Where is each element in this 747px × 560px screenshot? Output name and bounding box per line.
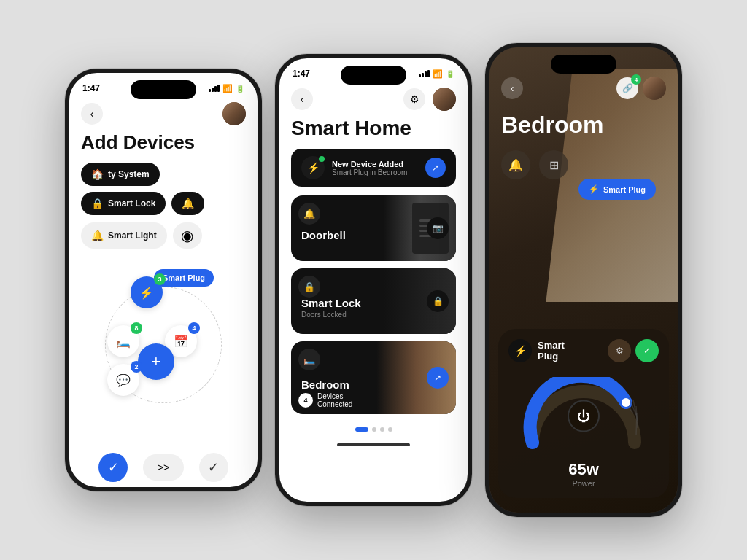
- power-button[interactable]: ⏻: [568, 400, 600, 432]
- p3-header-right: 🔗 4: [616, 77, 666, 100]
- sb2-3: [425, 71, 427, 77]
- link-badge: 4: [631, 74, 641, 85]
- back-button-1[interactable]: ‹: [81, 103, 103, 125]
- signal-bars-1: [209, 85, 220, 92]
- device-chips: 🏠 ty System 🔒 Smart Lock 🔔: [69, 163, 258, 222]
- settings-btn-3[interactable]: ⚙: [608, 339, 631, 362]
- smart-plug-tag: ⚡ Smart Plug: [578, 179, 656, 200]
- p2-header: ‹ ⚙: [279, 82, 468, 117]
- settings-button[interactable]: ⚙: [403, 88, 425, 110]
- time-2: 1:47: [293, 69, 310, 79]
- badge-bedroom: 8: [131, 322, 142, 334]
- avatar-1: [222, 102, 246, 125]
- smartlock-status: Doors Locked: [301, 311, 361, 319]
- bedroom-control-card: ⚡ SmartPlug ⚙ ✓: [498, 329, 669, 498]
- power-label: 65w Power: [508, 460, 659, 488]
- time-1: 1:47: [82, 83, 100, 93]
- chip-smartlight[interactable]: 🔔 Smart Light: [81, 222, 167, 249]
- notif-arrow-button[interactable]: ↗: [425, 158, 446, 178]
- confirm-btn-3[interactable]: ✓: [635, 339, 659, 362]
- badge-plug: 3: [154, 273, 166, 285]
- badge-chat: 2: [131, 361, 142, 373]
- power-unit: Power: [508, 479, 659, 488]
- p3-header: ‹ 🔗 4: [489, 71, 678, 106]
- chip-icon-security: 🏠: [91, 168, 104, 180]
- doorbell-name: Doorbell: [301, 229, 346, 241]
- wifi-icon-2: 📶: [433, 69, 443, 79]
- phone-smart-home: 1:47 📶 🔋 ‹ ⚙ Smart Home: [275, 54, 472, 506]
- p1-header: ‹: [69, 96, 258, 131]
- device-chips-row2: 🔔 Smart Light ◉: [69, 222, 258, 256]
- chevrons-button[interactable]: >>: [143, 454, 184, 481]
- avatar-3: [643, 77, 666, 100]
- chip-smartlock[interactable]: 🔒 Smart Lock: [81, 192, 166, 215]
- svg-line-4: [636, 413, 637, 435]
- page-title-3: Bedroom: [489, 106, 678, 150]
- node-circle-chat: 💬 2: [107, 364, 139, 396]
- orbital-area: Smart Plug ⚡ 3 🛏️ 8 📅 4: [81, 256, 246, 446]
- p3-card-actions: ⚙ ✓: [608, 339, 659, 362]
- smartlock-info: Smart Lock Doors Locked: [291, 275, 371, 327]
- bedroom-card[interactable]: 🛏️ Bedroom 4 Devices Connected ↗: [291, 341, 456, 414]
- chip-label-lock: Smart Lock: [108, 198, 155, 209]
- alarm-button[interactable]: 🔔: [501, 150, 530, 179]
- dial-container: ⏻: [508, 370, 659, 457]
- back-button-3[interactable]: ‹: [501, 77, 523, 99]
- chip-bell[interactable]: 🔔: [171, 192, 204, 215]
- page-title-1: Add Devices: [69, 131, 258, 163]
- chip-icon-light: 🔔: [91, 230, 104, 241]
- smartlock-name: Smart Lock: [301, 297, 361, 309]
- p3-device-info: ⚡ SmartPlug: [508, 339, 565, 362]
- dot-1: [355, 427, 368, 432]
- bedroom-bottom: 4 Devices Connected: [298, 392, 352, 408]
- node-smartplug[interactable]: ⚡ 3: [131, 276, 163, 308]
- doorbell-action[interactable]: 📷: [427, 217, 449, 239]
- layout-button[interactable]: ⊞: [539, 150, 568, 179]
- p3-device-name: SmartPlug: [538, 340, 565, 362]
- notif-icon: ⚡: [301, 156, 325, 179]
- plug-icon: ⚡: [589, 184, 599, 194]
- dot-4: [388, 427, 392, 432]
- notification-banner[interactable]: ⚡ New Device Added Smart Plug in Bedroom…: [291, 149, 456, 187]
- doorbell-card[interactable]: 🔔 Doorbell 📷: [291, 195, 456, 261]
- node-bedroom[interactable]: 🛏️ 8: [107, 325, 139, 357]
- signal-bar-3: [214, 86, 217, 92]
- check-light-button[interactable]: ✓: [199, 453, 228, 482]
- doorbell-info: Doorbell: [291, 207, 356, 250]
- wifi-icon-1: 📶: [222, 84, 233, 93]
- devices-label: Devices Connected: [317, 392, 352, 408]
- signal-bar-1: [209, 89, 211, 92]
- devices-badge: 4: [298, 393, 313, 408]
- notif-subtitle: Smart Plug in Bedroom: [332, 168, 407, 176]
- node-chat[interactable]: 💬 2: [107, 364, 139, 396]
- chip-label-light: Smart Light: [108, 230, 157, 241]
- p3-card-header: ⚡ SmartPlug ⚙ ✓: [508, 339, 659, 362]
- dynamic-island-1: [131, 80, 196, 99]
- smartlock-card[interactable]: 🔒 Smart Lock Doors Locked 🔒: [291, 268, 456, 334]
- node-circle-bedroom: 🛏️ 8: [107, 325, 139, 357]
- notif-title: New Device Added: [332, 160, 407, 168]
- badge-calendar: 4: [188, 322, 200, 334]
- signal-bar-4: [217, 85, 220, 92]
- avatar-2: [433, 88, 456, 111]
- status-icons-1: 📶 🔋: [209, 84, 244, 93]
- bedroom-action[interactable]: ↗: [427, 367, 449, 389]
- smartlock-action[interactable]: 🔒: [427, 290, 449, 312]
- chip-extra[interactable]: ◉: [173, 222, 202, 249]
- dynamic-island-3: [551, 55, 616, 74]
- chip-icon-bell: 🔔: [182, 198, 194, 209]
- link-button[interactable]: 🔗 4: [616, 77, 638, 99]
- node-circle-add: +: [138, 343, 174, 380]
- notif-text: New Device Added Smart Plug in Bedroom: [332, 160, 407, 176]
- pagination-dots: [279, 421, 468, 438]
- node-circle-plug: ⚡ 3: [131, 276, 163, 308]
- back-button-2[interactable]: ‹: [291, 88, 313, 110]
- node-add[interactable]: +: [138, 343, 174, 380]
- phone-bedroom: 1:47 📶 🔋 ‹ 🔗 4: [485, 43, 682, 517]
- dot-3: [380, 427, 384, 432]
- confirm-button[interactable]: ✓: [98, 453, 128, 482]
- chip-security[interactable]: 🏠 ty System: [81, 163, 160, 186]
- notif-left: ⚡ New Device Added Smart Plug in Bedroom: [301, 156, 407, 179]
- status-icons-2: 📶 🔋: [419, 69, 454, 79]
- phone-add-devices: 1:47 📶 🔋 ‹ Add Devices 🏠 t: [65, 69, 262, 491]
